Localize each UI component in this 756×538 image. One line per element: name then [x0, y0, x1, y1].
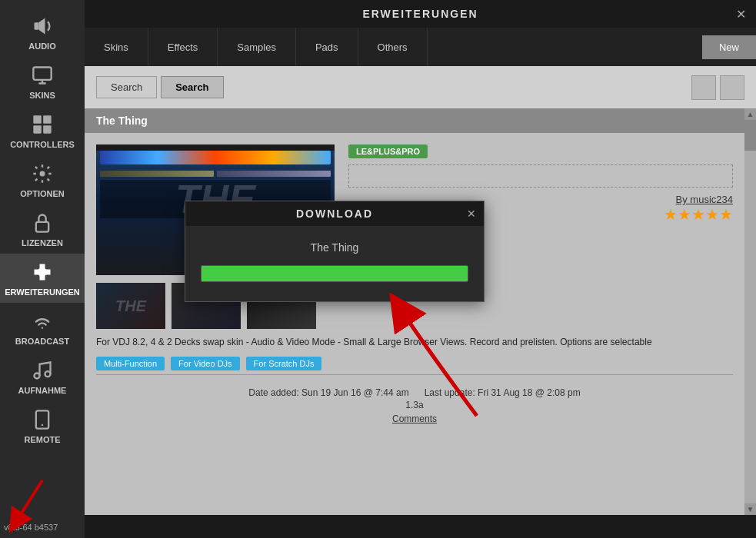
window-title: ERWEITERUNGEN [362, 8, 478, 20]
date-added: Date added: Sun 19 Jun 16 @ 7:44 am [248, 387, 408, 398]
modal-item-name: The Thing [311, 241, 359, 254]
nav-tabs: Skins Effects Samples Pads Others New [85, 28, 756, 66]
wifi-icon [30, 309, 55, 334]
tab-others[interactable]: Others [358, 28, 428, 66]
sidebar-label-skins: SKINS [29, 91, 55, 100]
comments-link[interactable]: Comments [392, 413, 437, 424]
sidebar-label-aufnahme: AUFNAHME [18, 386, 67, 395]
music-icon [30, 358, 55, 383]
svg-line-13 [15, 480, 42, 523]
sidebar-item-audio[interactable]: AUDIO [0, 8, 85, 57]
waveform-bar [100, 151, 331, 164]
svg-rect-1 [33, 68, 51, 80]
comments-section: Comments [96, 413, 733, 424]
svg-rect-4 [33, 125, 42, 134]
tag-videodjs[interactable]: For Video DJs [171, 357, 240, 370]
sidebar-item-erweiterungen[interactable]: ERWEITERUNGEN [0, 254, 85, 303]
svg-point-9 [45, 371, 51, 377]
gear-icon [30, 161, 55, 186]
sidebar-item-broadcast[interactable]: BROADCAST [0, 303, 85, 352]
download-modal: DOWNLOAD ✕ The Thing [185, 201, 485, 302]
bottom-bar [85, 515, 756, 538]
lock-icon [30, 211, 55, 235]
svg-rect-0 [35, 22, 39, 29]
scroll-down-button[interactable]: ▼ [744, 503, 756, 515]
small-thumb-1[interactable]: THE [96, 283, 165, 329]
tablet-icon [30, 407, 55, 432]
svg-rect-5 [43, 125, 51, 134]
sidebar-label-audio: AUDIO [28, 42, 55, 51]
version-label: v8.3-64 b4537 [4, 523, 58, 532]
speaker-icon [30, 14, 55, 38]
sidebar-item-remote[interactable]: REMOTE [0, 401, 85, 450]
item-title: The Thing [96, 115, 148, 127]
main-area: ERWEITERUNGEN ✕ Skins Effects Samples Pa… [85, 0, 756, 538]
sidebar-item-optionen[interactable]: OPTIONEN [0, 155, 85, 204]
sidebar-item-skins[interactable]: SKINS [0, 57, 85, 106]
search-button-1[interactable]: Search [96, 76, 157, 98]
description: For VDJ 8.2, 4 & 2 Decks swap skin - Aud… [96, 335, 733, 349]
thumb-1-inner: THE [96, 283, 165, 329]
svg-rect-10 [36, 410, 48, 428]
svg-rect-3 [43, 115, 51, 124]
sidebar-label-optionen: OPTIONEN [20, 189, 64, 198]
title-bar: ERWEITERUNGEN ✕ [85, 0, 756, 28]
monitor-icon [30, 63, 55, 88]
scrollbar: ▲ ▼ [744, 108, 756, 515]
scroll-up-button[interactable]: ▲ [744, 108, 756, 120]
list-view-button[interactable] [720, 75, 744, 100]
sidebar-item-controllers[interactable]: CONTROLLERS [0, 106, 85, 155]
version-number: 1.3a [405, 400, 423, 410]
modal-title: DOWNLOAD [296, 208, 373, 220]
tag-scratchdjs[interactable]: For Scratch DJs [246, 357, 322, 370]
grid-view-button[interactable] [691, 75, 716, 100]
sidebar-label-lizenzen: LIZENZEN [22, 238, 63, 247]
modal-header: DOWNLOAD ✕ [185, 201, 484, 226]
item-card: The Thing THE [85, 108, 744, 515]
tab-skins[interactable]: Skins [85, 28, 148, 66]
tab-pads[interactable]: Pads [296, 28, 358, 66]
puzzle-icon [30, 260, 55, 284]
svg-rect-2 [33, 115, 42, 124]
svg-rect-7 [36, 222, 48, 232]
sidebar-label-controllers: CONTROLLERS [10, 140, 75, 149]
progress-bar-fill [201, 266, 468, 281]
svg-point-6 [40, 171, 45, 177]
card-header: The Thing [85, 108, 744, 133]
view-toggle [691, 75, 744, 100]
search-button-2[interactable]: Search [161, 76, 223, 98]
meta-section: Date added: Sun 19 Jun 16 @ 7:44 am Last… [96, 374, 733, 424]
meta-dates: Date added: Sun 19 Jun 16 @ 7:44 am Last… [96, 387, 733, 398]
svg-point-11 [42, 424, 43, 426]
content-area: The Thing THE [85, 108, 756, 515]
search-bar: Search Search [85, 66, 756, 108]
tab-samples[interactable]: Samples [218, 28, 296, 66]
sidebar: AUDIO SKINS CONTROLLERS OPTIONEN LIZENZE… [0, 0, 85, 538]
placeholder-box [348, 164, 733, 188]
version-info: 1.3a [96, 400, 733, 410]
grid-icon [30, 112, 55, 137]
sidebar-item-lizenzen[interactable]: LIZENZEN [0, 204, 85, 254]
svg-point-8 [35, 374, 40, 379]
sidebar-item-aufnahme[interactable]: AUFNAHME [0, 352, 85, 401]
tab-new[interactable]: New [702, 35, 756, 59]
scrollbar-thumb[interactable] [744, 120, 756, 151]
tab-effects[interactable]: Effects [148, 28, 218, 66]
le-badge: LE&PLUS&PRO [348, 144, 428, 158]
close-button[interactable]: ✕ [733, 6, 748, 22]
modal-body: The Thing [185, 226, 484, 301]
sidebar-label-remote: REMOTE [24, 435, 60, 444]
sidebar-label-erweiterungen: ERWEITERUNGEN [5, 287, 80, 297]
modal-close-button[interactable]: ✕ [467, 208, 476, 220]
last-update: Last update: Fri 31 Aug 18 @ 2:08 pm [425, 387, 581, 398]
tags-row: Multi-Function For Video DJs For Scratch… [96, 357, 733, 370]
sidebar-label-broadcast: BROADCAST [15, 337, 69, 346]
tag-multifunction[interactable]: Multi-Function [96, 357, 165, 370]
progress-bar-container [201, 265, 468, 282]
